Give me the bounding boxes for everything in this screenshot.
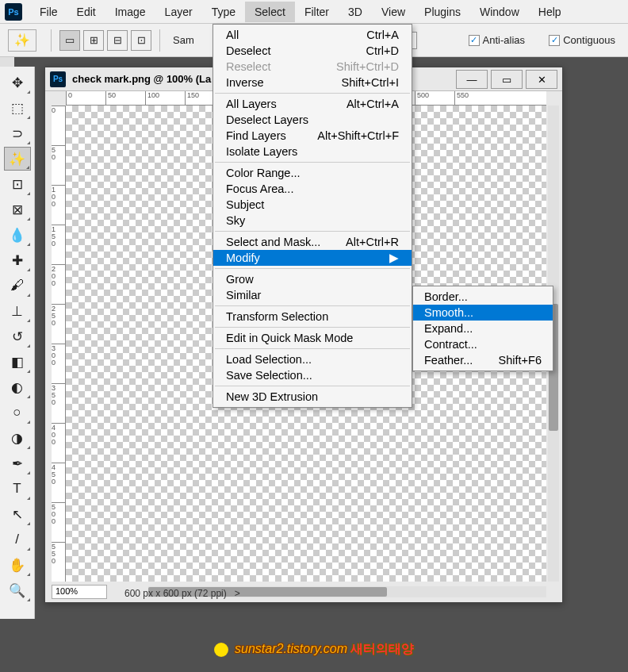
menu-item-transform-selection[interactable]: Transform Selection <box>213 309 412 324</box>
menu-item-focus-area[interactable]: Focus Area... <box>213 181 412 197</box>
tool-wand[interactable]: ✨ <box>4 147 31 171</box>
tool-preset-button[interactable]: ✨ <box>8 29 36 52</box>
menu-item-deselect-layers[interactable]: Deselect Layers <box>213 112 412 128</box>
tool-stamp[interactable]: ⊥ <box>4 299 31 323</box>
menu-layer[interactable]: Layer <box>155 2 202 22</box>
zoom-input[interactable]: 100% <box>52 585 107 599</box>
subtract-selection-button[interactable]: ⊟ <box>107 30 128 51</box>
tool-eraser[interactable]: ◧ <box>4 350 31 374</box>
menu-type[interactable]: Type <box>202 2 245 22</box>
menu-3d[interactable]: 3D <box>339 2 372 22</box>
tool-hand[interactable]: ✋ <box>4 553 31 577</box>
select-menu-dropdown: AllCtrl+ADeselectCtrl+DReselectShift+Ctr… <box>213 24 412 408</box>
menu-item-inverse[interactable]: InverseShift+Ctrl+I <box>213 75 412 90</box>
menu-image[interactable]: Image <box>105 2 155 22</box>
menu-help[interactable]: Help <box>529 2 571 22</box>
emoji-icon <box>214 643 228 657</box>
tool-lasso[interactable]: ⊃ <box>4 121 31 145</box>
modify-submenu: Border...Smooth...Expand...Contract...Fe… <box>412 286 553 371</box>
menu-item-sky[interactable]: Sky <box>213 213 412 228</box>
menu-item-subject[interactable]: Subject <box>213 197 412 213</box>
menu-item-load-selection[interactable]: Load Selection... <box>213 351 412 367</box>
menu-edit[interactable]: Edit <box>67 2 105 22</box>
status-text: 600 px x 600 px (72 ppi) > <box>124 588 240 599</box>
tool-move[interactable]: ✥ <box>4 71 31 94</box>
doc-icon: Ps <box>50 71 66 87</box>
submenu-item-smooth[interactable]: Smooth... <box>413 305 553 321</box>
submenu-item-contract[interactable]: Contract... <box>413 336 553 352</box>
menu-item-all[interactable]: AllCtrl+A <box>213 27 412 43</box>
menu-item-isolate-layers[interactable]: Isolate Layers <box>213 144 412 159</box>
menu-item-deselect[interactable]: DeselectCtrl+D <box>213 43 412 59</box>
menu-item-all-layers[interactable]: All LayersAlt+Ctrl+A <box>213 96 412 112</box>
toolbar-handle[interactable] <box>0 57 14 67</box>
menu-item-save-selection[interactable]: Save Selection... <box>213 367 412 383</box>
tool-gradient[interactable]: ◐ <box>4 375 31 399</box>
antialias-label: Anti-alias <box>483 34 525 46</box>
contiguous-label: Contiguous <box>563 34 615 46</box>
tool-path[interactable]: ↖ <box>4 502 31 526</box>
submenu-item-border[interactable]: Border... <box>413 289 553 305</box>
menu-item-find-layers[interactable]: Find LayersAlt+Shift+Ctrl+F <box>213 128 412 144</box>
menu-item-edit-in-quick-mask-mode[interactable]: Edit in Quick Mask Mode <box>213 330 412 346</box>
menu-item-color-range[interactable]: Color Range... <box>213 165 412 181</box>
tool-eyedrop[interactable]: 💧 <box>4 223 31 247</box>
new-selection-button[interactable]: ▭ <box>59 30 80 51</box>
ruler-vertical: 050100150200250300350400450500550 <box>52 106 66 582</box>
minimize-button[interactable]: — <box>456 70 488 89</box>
menu-select[interactable]: Select <box>245 2 295 22</box>
document-title: check mark.png @ 100% (La <box>72 73 211 85</box>
toolbar: ✥⬚⊃✨⊡⊠💧✚🖌⊥↺◧◐○◑✒T↖/✋🔍 <box>0 67 35 619</box>
tool-blur[interactable]: ○ <box>4 401 31 424</box>
menu-item-similar[interactable]: Similar <box>213 287 412 303</box>
menu-item-select-and-mask[interactable]: Select and Mask...Alt+Ctrl+R <box>213 234 412 250</box>
watermark: sunstar2.tistory.com 새터의태양 <box>0 641 628 658</box>
menu-item-grow[interactable]: Grow <box>213 271 412 287</box>
intersect-selection-button[interactable]: ⊡ <box>131 30 151 51</box>
submenu-item-feather[interactable]: Feather...Shift+F6 <box>413 352 553 368</box>
tool-zoom[interactable]: 🔍 <box>4 578 31 602</box>
close-button[interactable]: ✕ <box>526 70 557 89</box>
tool-brush[interactable]: 🖌 <box>4 274 31 298</box>
menu-item-reselect: ReselectShift+Ctrl+D <box>213 59 412 75</box>
sample-label: Sam <box>173 34 194 46</box>
menubar: Ps FileEditImageLayerTypeSelectFilter3DV… <box>0 0 628 24</box>
contiguous-checkbox[interactable]: ✓ <box>549 35 560 46</box>
menu-view[interactable]: View <box>372 2 415 22</box>
tool-heal[interactable]: ✚ <box>4 248 31 272</box>
menu-file[interactable]: File <box>30 2 67 22</box>
tool-type[interactable]: T <box>4 477 31 501</box>
antialias-checkbox[interactable]: ✓ <box>469 35 480 46</box>
submenu-item-expand[interactable]: Expand... <box>413 321 553 336</box>
tool-history[interactable]: ↺ <box>4 324 31 348</box>
tool-dodge[interactable]: ◑ <box>4 426 31 450</box>
app-logo: Ps <box>5 3 22 21</box>
tool-crop[interactable]: ⊡ <box>4 172 31 196</box>
tool-shape[interactable]: / <box>4 528 31 551</box>
maximize-button[interactable]: ▭ <box>491 70 523 89</box>
tool-frame[interactable]: ⊠ <box>4 198 31 221</box>
menu-window[interactable]: Window <box>470 2 529 22</box>
add-selection-button[interactable]: ⊞ <box>83 30 104 51</box>
tool-marquee[interactable]: ⬚ <box>4 96 31 120</box>
tool-pen[interactable]: ✒ <box>4 451 31 475</box>
menu-plugins[interactable]: Plugins <box>415 2 470 22</box>
menu-item-modify[interactable]: Modify▶ <box>213 250 412 266</box>
menu-item-new-3d-extrusion[interactable]: New 3D Extrusion <box>213 389 412 405</box>
menu-filter[interactable]: Filter <box>295 2 339 22</box>
